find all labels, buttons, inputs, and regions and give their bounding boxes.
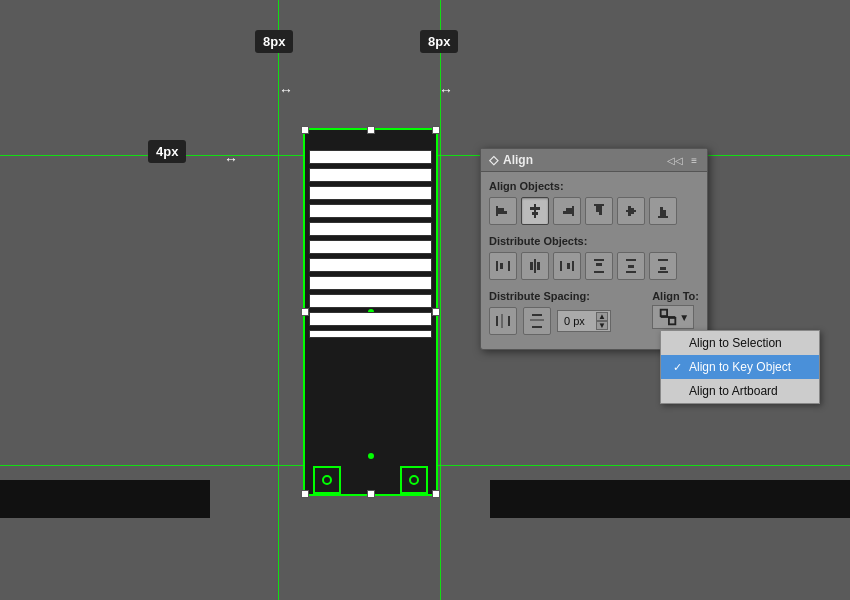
dist-left-btn[interactable] xyxy=(489,252,517,280)
svg-rect-6 xyxy=(572,206,574,216)
svg-rect-16 xyxy=(660,207,663,216)
align-panel: ◇ Align ◁◁ ≡ Align Objects: xyxy=(480,148,708,350)
svg-rect-13 xyxy=(628,206,631,216)
align-objects-row xyxy=(489,197,699,225)
distribute-objects-row xyxy=(489,252,699,280)
align-to-dropdown-menu: Align to Selection ✓ Align to Key Object… xyxy=(660,330,820,404)
panel-header: ◇ Align ◁◁ ≡ xyxy=(481,149,707,172)
svg-rect-29 xyxy=(596,263,602,266)
svg-rect-40 xyxy=(532,326,542,328)
svg-rect-28 xyxy=(594,271,604,273)
svg-rect-15 xyxy=(658,216,668,218)
svg-rect-10 xyxy=(596,206,599,212)
align-left-btn[interactable] xyxy=(489,197,517,225)
arrow-4px: ↔ xyxy=(224,151,238,167)
svg-rect-11 xyxy=(599,206,602,215)
svg-rect-33 xyxy=(658,259,668,261)
handle-top-mid xyxy=(367,126,375,134)
dist-right-btn[interactable] xyxy=(553,252,581,280)
svg-rect-7 xyxy=(566,208,572,211)
arrow-8px-left: ↔ xyxy=(279,82,293,98)
panel-collapse-btn[interactable]: ◁◁ xyxy=(665,155,685,166)
building-feet xyxy=(305,439,436,494)
checkmark-key-object: ✓ xyxy=(673,361,685,374)
svg-rect-8 xyxy=(563,211,572,214)
svg-rect-4 xyxy=(530,207,540,210)
svg-rect-18 xyxy=(496,261,498,271)
align-objects-label: Align Objects: xyxy=(489,180,699,192)
panel-title: ◇ Align xyxy=(489,153,533,167)
svg-rect-0 xyxy=(496,206,498,216)
align-to-section: Align To: ▼ xyxy=(652,290,699,329)
panel-menu-btn[interactable]: ≡ xyxy=(689,155,699,166)
handle-top-left xyxy=(301,126,309,134)
svg-rect-17 xyxy=(663,210,666,216)
dropdown-item-selection-label: Align to Selection xyxy=(689,336,782,350)
svg-rect-2 xyxy=(498,211,507,214)
svg-rect-34 xyxy=(658,271,668,273)
svg-rect-9 xyxy=(594,204,604,206)
measurement-4px: 4px xyxy=(148,140,186,163)
align-center-h-btn[interactable] xyxy=(521,197,549,225)
measurement-8px-right: 8px xyxy=(420,30,458,53)
panel-controls[interactable]: ◁◁ ≡ xyxy=(665,155,699,166)
dist-middle-v-btn[interactable] xyxy=(617,252,645,280)
distribute-objects-label: Distribute Objects: xyxy=(489,235,699,247)
handle-mid-right xyxy=(432,308,440,316)
building-stripes xyxy=(309,150,432,434)
align-to-label: Align To: xyxy=(652,290,699,302)
svg-rect-30 xyxy=(626,259,636,261)
foot-left xyxy=(313,466,341,494)
svg-rect-25 xyxy=(572,261,574,271)
dropdown-item-key-object-label: Align to Key Object xyxy=(689,360,791,374)
svg-rect-42 xyxy=(661,310,667,316)
dist-center-h-btn[interactable] xyxy=(521,252,549,280)
align-icon: ◇ xyxy=(489,153,498,167)
spacing-down-btn[interactable]: ▼ xyxy=(596,321,608,330)
align-right-btn[interactable] xyxy=(553,197,581,225)
spacing-up-btn[interactable]: ▲ xyxy=(596,312,608,321)
building-object xyxy=(303,128,438,496)
dropdown-item-align-key-object[interactable]: ✓ Align to Key Object xyxy=(661,355,819,379)
distribute-spacing-controls: ▲ ▼ xyxy=(489,307,611,335)
svg-rect-21 xyxy=(534,259,536,273)
align-bottom-btn[interactable] xyxy=(649,197,677,225)
dist-spacing-h-btn[interactable] xyxy=(489,307,517,335)
checkmark-artboard xyxy=(673,385,685,397)
dropdown-item-align-selection[interactable]: Align to Selection xyxy=(661,331,819,355)
svg-rect-19 xyxy=(508,261,510,271)
svg-rect-27 xyxy=(594,259,604,261)
svg-rect-32 xyxy=(628,265,634,268)
align-middle-v-btn[interactable] xyxy=(617,197,645,225)
align-title-text: Align xyxy=(503,153,533,167)
svg-rect-26 xyxy=(567,263,570,269)
black-bar-left xyxy=(0,480,210,518)
align-to-dropdown-btn[interactable]: ▼ xyxy=(652,305,694,329)
spacing-spinners[interactable]: ▲ ▼ xyxy=(596,312,608,330)
spacing-input-group: ▲ ▼ xyxy=(557,310,611,332)
svg-rect-36 xyxy=(496,316,498,326)
dropdown-item-align-artboard[interactable]: Align to Artboard xyxy=(661,379,819,403)
canvas: 8px ↔ 8px ↔ 4px ↔ xyxy=(0,0,850,600)
svg-rect-1 xyxy=(498,208,504,211)
align-top-btn[interactable] xyxy=(585,197,613,225)
dist-spacing-v-btn[interactable] xyxy=(523,307,551,335)
svg-rect-14 xyxy=(631,208,634,214)
center-bottom-dot xyxy=(368,453,374,459)
black-bar-right xyxy=(490,480,850,518)
checkmark-selection xyxy=(673,337,685,349)
panel-body: Align Objects: xyxy=(481,172,707,349)
measurement-8px-left: 8px xyxy=(255,30,293,53)
svg-rect-24 xyxy=(560,261,562,271)
svg-rect-31 xyxy=(626,271,636,273)
svg-rect-37 xyxy=(508,316,510,326)
spacing-value-input[interactable] xyxy=(560,310,596,332)
svg-rect-20 xyxy=(500,263,503,269)
dropdown-item-artboard-label: Align to Artboard xyxy=(689,384,778,398)
foot-right xyxy=(400,466,428,494)
handle-mid-left xyxy=(301,308,309,316)
dist-bottom-btn[interactable] xyxy=(649,252,677,280)
dist-top-btn[interactable] xyxy=(585,252,613,280)
svg-rect-23 xyxy=(537,262,540,270)
svg-rect-35 xyxy=(660,267,666,270)
